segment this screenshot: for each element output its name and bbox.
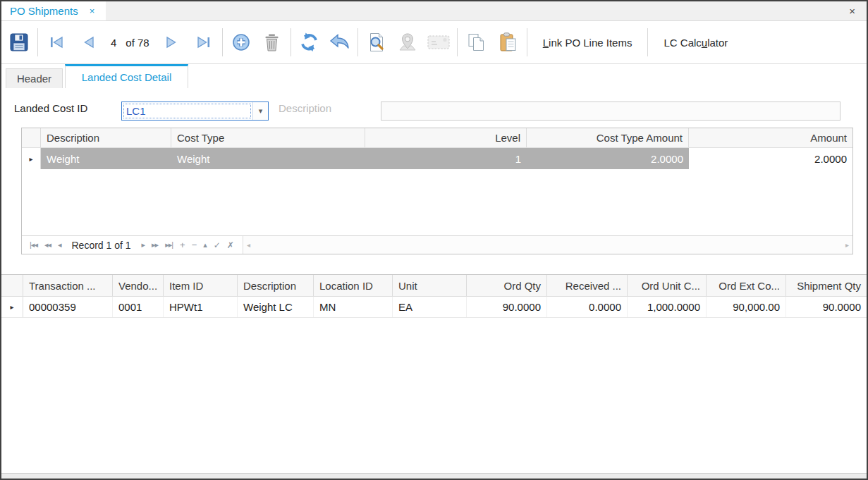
save-button[interactable]	[6, 27, 32, 58]
last-record-button[interactable]	[190, 27, 217, 58]
cell-shipment-qty[interactable]: 90.0000	[786, 297, 867, 317]
doc-tab-close-icon[interactable]: ×	[90, 6, 95, 16]
cell-unit[interactable]: EA	[393, 297, 467, 317]
cell-location-id[interactable]: MN	[314, 297, 393, 317]
record-position: 4 of 78	[111, 37, 149, 49]
column-header-description[interactable]: Description	[41, 128, 171, 147]
add-record-button[interactable]	[228, 27, 255, 58]
landed-cost-id-combo[interactable]: LC1 ▾	[121, 101, 269, 121]
toolbar: 4 of 78	[1, 21, 867, 64]
lc-calculator-button[interactable]: LC Calculator	[653, 37, 738, 49]
nav-post-button[interactable]: ✓	[210, 240, 224, 250]
cell-ord-ext-cost[interactable]: 90,000.00	[707, 297, 786, 317]
nav-append-button[interactable]: +	[176, 240, 188, 250]
next-record-button[interactable]	[158, 27, 185, 58]
column-header-amount[interactable]: Amount	[689, 128, 852, 147]
cell-cost-type[interactable]: Weight	[171, 148, 365, 169]
link-po-label: ink PO Line Items	[549, 37, 632, 49]
tab-header[interactable]: Header	[6, 68, 63, 88]
landed-cost-detail-grid: Description Cost Type Level Cost Type Am…	[21, 128, 853, 254]
column-header-unit[interactable]: Unit	[393, 275, 467, 296]
nav-prev-button[interactable]: ◂	[54, 240, 65, 250]
scroll-right-icon[interactable]: ▸	[845, 241, 849, 249]
nav-edit-button[interactable]: ▴	[200, 240, 210, 250]
landed-cost-id-editor[interactable]: LC1	[122, 102, 252, 120]
description-field[interactable]	[381, 101, 841, 121]
nav-next-page-button[interactable]: ▸▸	[148, 240, 161, 250]
tabstrip-close-button[interactable]: ×	[838, 1, 867, 20]
nav-prev-page-button[interactable]: ◂◂	[41, 240, 54, 250]
envelope-icon	[426, 33, 451, 51]
next-record-icon	[164, 35, 179, 50]
column-header-cost-type-amount[interactable]: Cost Type Amount	[527, 128, 689, 147]
horizontal-scrollbar[interactable]: ◂ ▸	[243, 236, 852, 254]
column-header-ord-ext-cost[interactable]: Ord Ext Co...	[707, 275, 786, 296]
undo-button[interactable]	[326, 27, 353, 58]
link-po-line-items-button[interactable]: Link PO Line Items	[532, 37, 643, 49]
refresh-icon	[298, 32, 320, 53]
landed-cost-form: Landed Cost ID LC1 ▾ Description	[1, 88, 867, 128]
toolbar-separator	[457, 28, 458, 56]
cell-description[interactable]: Weight	[41, 148, 171, 169]
cell-ord-qty[interactable]: 90.0000	[467, 297, 547, 317]
landed-cost-id-dropdown-button[interactable]: ▾	[252, 102, 268, 120]
preview-button[interactable]	[363, 27, 390, 58]
tab-detail-label: Landed Cost Detail	[82, 71, 172, 83]
refresh-button[interactable]	[296, 27, 323, 58]
save-icon	[8, 32, 30, 53]
detail-grid-empty-area	[22, 169, 852, 235]
nav-first-button[interactable]: |◂◂	[26, 240, 41, 250]
cell-vendor[interactable]: 0001	[113, 297, 164, 317]
doc-tab-title: PO Shipments	[10, 5, 78, 17]
lc-calc-label: LC Calc	[664, 37, 701, 49]
delete-record-button[interactable]	[259, 27, 286, 58]
grid-spacer	[1, 254, 867, 274]
column-header-vendor[interactable]: Vendo...	[113, 275, 164, 296]
toolbar-separator	[357, 28, 358, 56]
copy-button[interactable]	[463, 27, 489, 58]
nav-cancel-button[interactable]: ✗	[224, 240, 237, 250]
column-header-description[interactable]: Description	[238, 275, 314, 296]
previous-record-icon	[81, 35, 97, 50]
cell-received[interactable]: 0.0000	[547, 297, 628, 317]
record-total: of 78	[126, 37, 149, 49]
column-header-item-id[interactable]: Item ID	[164, 275, 238, 296]
cell-description[interactable]: Weight LC	[238, 297, 314, 317]
row-indicator-icon: ▸	[10, 303, 13, 311]
cell-cost-type-amount[interactable]: 2.0000	[527, 148, 689, 169]
column-header-transaction[interactable]: Transaction ...	[23, 275, 113, 296]
view-tab-bar: Header Landed Cost Detail	[1, 64, 867, 88]
previous-record-button[interactable]	[75, 27, 102, 58]
nav-delete-button[interactable]: −	[188, 240, 200, 250]
paste-button[interactable]	[495, 27, 522, 58]
cell-level[interactable]: 1	[365, 148, 527, 169]
tab-header-label: Header	[17, 73, 51, 85]
scroll-left-icon[interactable]: ◂	[247, 241, 250, 249]
detail-grid-row[interactable]: ▸ Weight Weight 1 2.0000 2.0000	[22, 148, 852, 169]
nav-next-button[interactable]: ▸	[138, 240, 149, 250]
toolbar-separator	[527, 28, 527, 56]
cell-item-id[interactable]: HPWt1	[164, 297, 238, 317]
nav-last-button[interactable]: ▸▸|	[161, 240, 176, 250]
header-indicator-cell	[1, 275, 23, 296]
column-header-received[interactable]: Received ...	[547, 275, 628, 296]
column-header-cost-type[interactable]: Cost Type	[171, 128, 365, 147]
column-header-shipment-qty[interactable]: Shipment Qty	[786, 275, 867, 296]
first-record-button[interactable]	[43, 27, 70, 58]
cell-ord-unit-cost[interactable]: 1,000.0000	[628, 297, 707, 317]
trash-icon	[262, 32, 281, 53]
document-tab-strip: PO Shipments × ×	[1, 1, 867, 21]
column-header-ord-qty[interactable]: Ord Qty	[467, 275, 547, 296]
lines-grid-row[interactable]: ▸ 00000359 0001 HPWt1 Weight LC MN EA 90…	[1, 297, 867, 318]
doc-tab-po-shipments[interactable]: PO Shipments ×	[1, 1, 106, 20]
column-header-location-id[interactable]: Location ID	[314, 275, 393, 296]
lines-grid-header: Transaction ... Vendo... Item ID Descrip…	[1, 275, 867, 297]
cell-transaction[interactable]: 00000359	[23, 297, 113, 317]
mail-button-disabled	[425, 27, 452, 58]
row-indicator[interactable]: ▸	[22, 148, 41, 169]
column-header-level[interactable]: Level	[365, 128, 527, 147]
cell-amount[interactable]: 2.0000	[689, 148, 852, 169]
tab-landed-cost-detail[interactable]: Landed Cost Detail	[65, 64, 188, 88]
row-indicator[interactable]: ▸	[1, 297, 23, 317]
column-header-ord-unit-cost[interactable]: Ord Unit C...	[628, 275, 707, 296]
